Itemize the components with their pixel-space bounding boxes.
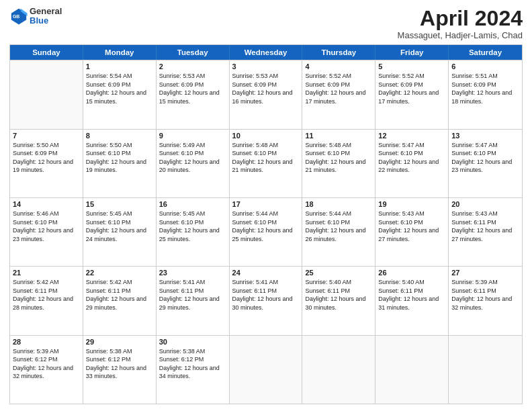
day-info: Sunrise: 5:47 AMSunset: 6:10 PMDaylight:… (378, 141, 445, 175)
day-number: 6 (451, 62, 519, 71)
logo-general: General (30, 7, 62, 16)
day-number: 8 (86, 132, 153, 140)
day-number: 7 (13, 132, 80, 140)
calendar-cell: 24Sunrise: 5:41 AMSunset: 6:11 PMDayligh… (230, 267, 303, 334)
calendar-cell: 26Sunrise: 5:40 AMSunset: 6:11 PMDayligh… (375, 267, 449, 334)
calendar-cell (375, 336, 449, 404)
day-info: Sunrise: 5:54 AMSunset: 6:09 PMDaylight:… (86, 72, 153, 105)
day-info: Sunrise: 5:53 AMSunset: 6:09 PMDaylight:… (159, 72, 226, 105)
calendar-body: 1Sunrise: 5:54 AMSunset: 6:09 PMDaylight… (10, 60, 522, 404)
day-number: 27 (451, 269, 519, 277)
day-info: Sunrise: 5:49 AMSunset: 6:10 PMDaylight:… (159, 141, 226, 175)
day-info: Sunrise: 5:38 AMSunset: 6:12 PMDaylight:… (159, 347, 226, 381)
calendar-cell (10, 60, 83, 128)
day-number: 13 (451, 132, 519, 140)
day-number: 19 (378, 200, 445, 208)
day-number: 24 (232, 269, 300, 277)
day-number: 5 (378, 62, 445, 71)
calendar-week: 7Sunrise: 5:50 AMSunset: 6:09 PMDaylight… (10, 129, 522, 197)
day-number: 12 (378, 132, 445, 140)
day-info: Sunrise: 5:50 AMSunset: 6:10 PMDaylight:… (86, 141, 153, 175)
day-info: Sunrise: 5:46 AMSunset: 6:10 PMDaylight:… (13, 210, 80, 243)
calendar-cell: 4Sunrise: 5:52 AMSunset: 6:09 PMDaylight… (302, 60, 375, 128)
calendar-cell: 27Sunrise: 5:39 AMSunset: 6:11 PMDayligh… (449, 267, 522, 334)
calendar-header-cell: Saturday (449, 45, 522, 60)
day-info: Sunrise: 5:42 AMSunset: 6:11 PMDaylight:… (13, 278, 80, 312)
day-info: Sunrise: 5:45 AMSunset: 6:10 PMDaylight:… (159, 210, 226, 243)
day-info: Sunrise: 5:42 AMSunset: 6:11 PMDaylight:… (86, 278, 153, 312)
day-info: Sunrise: 5:39 AMSunset: 6:12 PMDaylight:… (13, 347, 80, 381)
calendar-cell (302, 336, 375, 404)
calendar-header-cell: Wednesday (230, 45, 303, 60)
day-info: Sunrise: 5:38 AMSunset: 6:12 PMDaylight:… (86, 347, 153, 381)
calendar-cell: 21Sunrise: 5:42 AMSunset: 6:11 PMDayligh… (10, 267, 83, 334)
day-info: Sunrise: 5:40 AMSunset: 6:11 PMDaylight:… (378, 278, 445, 312)
day-info: Sunrise: 5:51 AMSunset: 6:09 PMDaylight:… (451, 72, 519, 105)
calendar-header-cell: Friday (375, 45, 449, 60)
day-number: 22 (86, 269, 153, 277)
calendar-cell: 15Sunrise: 5:45 AMSunset: 6:10 PMDayligh… (83, 198, 157, 266)
calendar-cell: 7Sunrise: 5:50 AMSunset: 6:09 PMDaylight… (10, 130, 83, 197)
day-number: 1 (86, 62, 153, 71)
calendar-cell (230, 336, 303, 404)
title-month: April 2024 (398, 7, 523, 30)
calendar-cell: 16Sunrise: 5:45 AMSunset: 6:10 PMDayligh… (157, 198, 230, 266)
day-number: 23 (159, 269, 226, 277)
calendar-cell: 28Sunrise: 5:39 AMSunset: 6:12 PMDayligh… (10, 336, 83, 404)
day-number: 11 (305, 132, 372, 140)
calendar-header-cell: Tuesday (157, 45, 230, 60)
day-number: 18 (305, 200, 372, 208)
day-info: Sunrise: 5:40 AMSunset: 6:11 PMDaylight:… (305, 278, 372, 312)
title-location: Massaguet, Hadjer-Lamis, Chad (398, 30, 523, 40)
day-number: 16 (159, 200, 226, 208)
day-info: Sunrise: 5:52 AMSunset: 6:09 PMDaylight:… (378, 72, 445, 105)
calendar-header-cell: Thursday (302, 45, 375, 60)
calendar-cell: 10Sunrise: 5:48 AMSunset: 6:10 PMDayligh… (230, 130, 303, 197)
calendar-cell: 9Sunrise: 5:49 AMSunset: 6:10 PMDaylight… (157, 130, 230, 197)
calendar-cell: 19Sunrise: 5:43 AMSunset: 6:10 PMDayligh… (375, 198, 449, 266)
calendar-cell: 14Sunrise: 5:46 AMSunset: 6:10 PMDayligh… (10, 198, 83, 266)
calendar-cell: 18Sunrise: 5:44 AMSunset: 6:10 PMDayligh… (302, 198, 375, 266)
day-number: 28 (13, 338, 80, 346)
logo-blue: Blue (30, 16, 62, 26)
calendar-cell: 11Sunrise: 5:48 AMSunset: 6:10 PMDayligh… (302, 130, 375, 197)
day-number: 25 (305, 269, 372, 277)
day-info: Sunrise: 5:44 AMSunset: 6:10 PMDaylight:… (305, 210, 372, 243)
svg-text:GB: GB (13, 14, 19, 19)
calendar-cell: 3Sunrise: 5:53 AMSunset: 6:09 PMDaylight… (230, 60, 303, 128)
day-number: 9 (159, 132, 226, 140)
day-number: 2 (159, 62, 226, 71)
day-number: 30 (159, 338, 226, 346)
calendar-cell: 23Sunrise: 5:41 AMSunset: 6:11 PMDayligh… (157, 267, 230, 334)
page: GB General Blue April 2024 Massaguet, Ha… (0, 0, 532, 411)
calendar-cell: 25Sunrise: 5:40 AMSunset: 6:11 PMDayligh… (302, 267, 375, 334)
day-number: 14 (13, 200, 80, 208)
day-info: Sunrise: 5:44 AMSunset: 6:10 PMDaylight:… (232, 210, 300, 243)
calendar-cell: 2Sunrise: 5:53 AMSunset: 6:09 PMDaylight… (157, 60, 230, 128)
day-number: 20 (451, 200, 519, 208)
day-number: 29 (86, 338, 153, 346)
day-info: Sunrise: 5:53 AMSunset: 6:09 PMDaylight:… (232, 72, 300, 105)
day-number: 3 (232, 62, 300, 71)
calendar-cell: 1Sunrise: 5:54 AMSunset: 6:09 PMDaylight… (83, 60, 157, 128)
day-info: Sunrise: 5:48 AMSunset: 6:10 PMDaylight:… (232, 141, 300, 175)
logo: GB General Blue (9, 7, 62, 26)
day-number: 21 (13, 269, 80, 277)
day-info: Sunrise: 5:50 AMSunset: 6:09 PMDaylight:… (13, 141, 80, 175)
calendar-cell: 22Sunrise: 5:42 AMSunset: 6:11 PMDayligh… (83, 267, 157, 334)
day-number: 17 (232, 200, 300, 208)
calendar: SundayMondayTuesdayWednesdayThursdayFrid… (9, 44, 523, 404)
day-info: Sunrise: 5:39 AMSunset: 6:11 PMDaylight:… (451, 278, 519, 312)
logo-text: General Blue (30, 7, 62, 26)
calendar-cell: 13Sunrise: 5:47 AMSunset: 6:10 PMDayligh… (449, 130, 522, 197)
day-info: Sunrise: 5:41 AMSunset: 6:11 PMDaylight:… (232, 278, 300, 312)
logo-icon: GB (9, 7, 28, 26)
calendar-week: 28Sunrise: 5:39 AMSunset: 6:12 PMDayligh… (10, 335, 522, 404)
calendar-header-cell: Monday (83, 45, 157, 60)
day-number: 26 (378, 269, 445, 277)
calendar-week: 1Sunrise: 5:54 AMSunset: 6:09 PMDaylight… (10, 60, 522, 128)
title-block: April 2024 Massaguet, Hadjer-Lamis, Chad (398, 7, 523, 40)
calendar-header-cell: Sunday (10, 45, 83, 60)
calendar-cell: 30Sunrise: 5:38 AMSunset: 6:12 PMDayligh… (157, 336, 230, 404)
day-info: Sunrise: 5:43 AMSunset: 6:10 PMDaylight:… (378, 210, 445, 243)
